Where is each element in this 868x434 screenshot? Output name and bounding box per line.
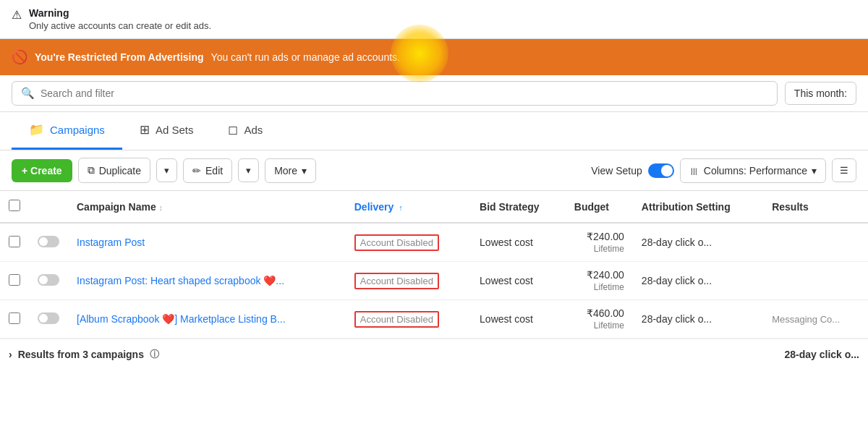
restriction-text: You can't run ads or manage ad accounts. bbox=[211, 51, 400, 63]
delivery-status: Account Disabled bbox=[354, 273, 439, 289]
row-checkbox[interactable] bbox=[9, 274, 20, 286]
campaign-name-link[interactable]: [Album Scrapbook ❤️] Marketplace Listing… bbox=[77, 313, 286, 325]
header-campaign-name[interactable]: Campaign Name ↕ bbox=[68, 191, 346, 223]
table-row: Instagram Post: Heart shaped scrapbook ❤… bbox=[0, 262, 868, 300]
edit-dropdown-button[interactable]: ▾ bbox=[238, 158, 259, 182]
delivery-status: Account Disabled bbox=[354, 311, 439, 328]
tab-ads[interactable]: ◻ Ads bbox=[210, 112, 280, 150]
row-toggle-cell bbox=[29, 300, 68, 339]
view-setup-toggle[interactable] bbox=[648, 163, 674, 178]
row-checkbox[interactable] bbox=[9, 312, 20, 324]
table-row: [Album Scrapbook ❤️] Marketplace Listing… bbox=[0, 300, 868, 339]
header-checkbox-cell bbox=[0, 191, 29, 223]
more-chevron-icon: ▾ bbox=[302, 165, 307, 176]
columns-chevron-icon: ▾ bbox=[812, 165, 817, 176]
edit-icon: ✏ bbox=[192, 165, 201, 176]
bid-strategy-cell: Lowest cost bbox=[471, 223, 566, 262]
tab-nav: 📁 Campaigns ⊞ Ad Sets ◻ Ads bbox=[0, 112, 868, 150]
toggle-knob bbox=[39, 276, 48, 284]
results-cell bbox=[763, 223, 868, 262]
sort-arrow-delivery: ↑ bbox=[399, 203, 403, 212]
columns-icon: ⫼ bbox=[689, 165, 699, 176]
delivery-status: Account Disabled bbox=[354, 234, 439, 251]
view-setup: View Setup bbox=[591, 163, 674, 178]
adsets-icon: ⊞ bbox=[140, 122, 150, 137]
select-all-checkbox[interactable] bbox=[9, 200, 20, 211]
results-footer: › Results from 3 campaigns ⓘ 28-day clic… bbox=[0, 339, 868, 370]
breakdown-button[interactable]: ☰ bbox=[832, 158, 856, 182]
tab-adsets[interactable]: ⊞ Ad Sets bbox=[122, 112, 211, 150]
warning-icon: ⚠ bbox=[12, 8, 22, 22]
footer-expand-icon[interactable]: › bbox=[9, 349, 12, 360]
attribution-cell: 28-day click o... bbox=[633, 262, 763, 300]
columns-label: Columns: Performance bbox=[704, 165, 807, 176]
bid-strategy-cell: Lowest cost bbox=[471, 262, 566, 300]
info-icon[interactable]: ⓘ bbox=[150, 348, 159, 361]
columns-button[interactable]: ⫼ Columns: Performance ▾ bbox=[680, 158, 826, 183]
search-bar: 🔍 This month: bbox=[0, 75, 868, 112]
sort-arrow-name: ↕ bbox=[159, 203, 163, 212]
more-button[interactable]: More ▾ bbox=[265, 158, 316, 183]
budget-cell: ₹240.00 Lifetime bbox=[566, 262, 633, 300]
budget-amount: ₹460.00 bbox=[574, 307, 624, 319]
table-wrapper: Campaign Name ↕ Delivery ↑ Bid Strategy … bbox=[0, 191, 868, 370]
warning-title: Warning bbox=[29, 7, 211, 19]
row-enable-toggle[interactable] bbox=[38, 312, 59, 324]
duplicate-button[interactable]: ⧉ Duplicate bbox=[78, 158, 150, 183]
ads-icon: ◻ bbox=[228, 122, 238, 137]
campaign-name-link[interactable]: Instagram Post: Heart shaped scrapbook ❤… bbox=[77, 275, 284, 286]
footer-label: Results from 3 campaigns bbox=[18, 349, 144, 360]
table-body: Instagram Post Account Disabled Lowest c… bbox=[0, 223, 868, 339]
tab-adsets-label: Ad Sets bbox=[156, 124, 194, 136]
toggle-knob bbox=[39, 314, 48, 323]
date-filter-label[interactable]: This month: bbox=[785, 82, 856, 105]
attribution-cell: 28-day click o... bbox=[633, 223, 763, 262]
warning-content: Warning Only active accounts can create … bbox=[29, 7, 211, 31]
delivery-cell-3: Account Disabled bbox=[346, 300, 471, 339]
edit-button[interactable]: ✏ Edit bbox=[183, 158, 232, 183]
campaigns-icon: 📁 bbox=[29, 122, 44, 137]
duplicate-label: Duplicate bbox=[99, 165, 141, 176]
toggle-knob bbox=[661, 165, 673, 176]
edit-label: Edit bbox=[205, 165, 223, 176]
toggle-knob bbox=[39, 237, 48, 246]
search-input[interactable] bbox=[41, 88, 768, 99]
header-toggle-cell bbox=[29, 191, 68, 223]
budget-type: Lifetime bbox=[594, 282, 624, 292]
table-row: Instagram Post Account Disabled Lowest c… bbox=[0, 223, 868, 262]
budget-amount: ₹240.00 bbox=[574, 231, 624, 242]
header-delivery[interactable]: Delivery ↑ bbox=[346, 191, 471, 223]
tab-campaigns-label: Campaigns bbox=[50, 124, 105, 136]
create-button[interactable]: + Create bbox=[12, 159, 72, 182]
attribution-cell: 28-day click o... bbox=[633, 300, 763, 339]
warning-text: Only active accounts can create or edit … bbox=[29, 20, 211, 31]
warning-bar: ⚠ Warning Only active accounts can creat… bbox=[0, 0, 868, 39]
row-enable-toggle[interactable] bbox=[38, 236, 59, 247]
tab-campaigns[interactable]: 📁 Campaigns bbox=[12, 112, 122, 150]
restriction-bar: 🚫 You're Restricted From Advertising You… bbox=[0, 39, 868, 75]
view-setup-label: View Setup bbox=[591, 165, 642, 176]
budget-cell: ₹460.00 Lifetime bbox=[566, 300, 633, 339]
campaign-name-link[interactable]: Instagram Post bbox=[77, 237, 145, 248]
results-cell bbox=[763, 262, 868, 300]
campaign-name-cell: Instagram Post bbox=[68, 223, 346, 262]
duplicate-dropdown-button[interactable]: ▾ bbox=[156, 158, 177, 182]
campaign-name-cell: [Album Scrapbook ❤️] Marketplace Listing… bbox=[68, 300, 346, 339]
row-enable-toggle[interactable] bbox=[38, 274, 59, 286]
more-label: More bbox=[274, 165, 297, 176]
budget-amount: ₹240.00 bbox=[574, 269, 624, 281]
row-toggle-cell bbox=[29, 262, 68, 300]
tab-ads-label: Ads bbox=[244, 124, 263, 136]
row-checkbox-cell bbox=[0, 262, 29, 300]
campaigns-table: Campaign Name ↕ Delivery ↑ Bid Strategy … bbox=[0, 191, 868, 339]
footer-attribution: 28-day click o... bbox=[785, 349, 860, 360]
delivery-cell-1: Account Disabled bbox=[346, 223, 471, 262]
header-attribution: Attribution Setting bbox=[633, 191, 763, 223]
search-input-wrapper[interactable]: 🔍 bbox=[12, 81, 778, 106]
row-checkbox[interactable] bbox=[9, 236, 20, 247]
bid-strategy-cell: Lowest cost bbox=[471, 300, 566, 339]
restriction-icon: 🚫 bbox=[12, 49, 27, 65]
header-bid-strategy: Bid Strategy bbox=[471, 191, 566, 223]
row-checkbox-cell bbox=[0, 223, 29, 262]
search-icon: 🔍 bbox=[21, 87, 35, 100]
